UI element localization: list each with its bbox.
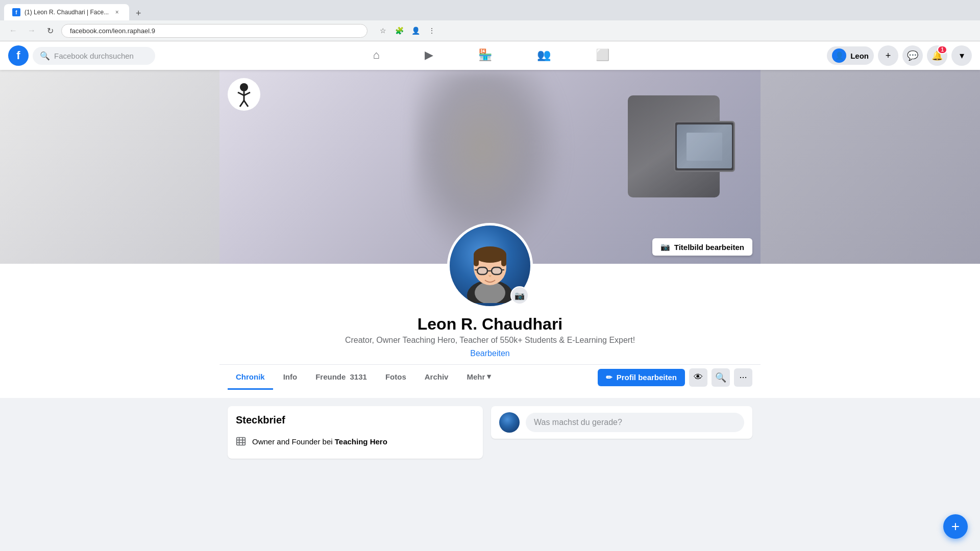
tab-mehr[interactable]: Mehr ▾: [458, 365, 499, 390]
plus-icon: +: [886, 51, 891, 61]
svg-line-4: [240, 101, 244, 107]
refresh-button[interactable]: ↻: [43, 23, 57, 38]
svg-rect-17: [237, 438, 246, 445]
steckbrief-card: Steckbrief Owner and Founder bei Teachin…: [228, 406, 483, 459]
edit-cover-button[interactable]: 📷 Titelbild bearbeiten: [652, 238, 752, 256]
edit-icon: ✏: [606, 373, 612, 382]
tab-chronik-label: Chronik: [236, 372, 265, 381]
steckbrief-work-text: Owner and Founder bei Teaching Hero: [252, 437, 387, 446]
groups-icon: 👥: [537, 48, 551, 61]
tab-chronik[interactable]: Chronik: [228, 365, 273, 390]
browser-toolbar: ← → ↻ facebook.com/leon.raphael.9 ☆ 🧩 👤 …: [0, 20, 980, 41]
tab-mehr-label: Mehr: [467, 372, 485, 381]
new-tab-button[interactable]: +: [131, 6, 145, 20]
edit-profile-button[interactable]: ✏ Profil bearbeiten: [598, 369, 685, 386]
active-tab[interactable]: f (1) Leon R. Chaudhari | Face... ×: [4, 4, 129, 20]
post-avatar: [499, 412, 520, 433]
edit-cover-label: Titelbild bearbeiten: [674, 243, 744, 252]
svg-line-3: [244, 92, 250, 95]
tab-freunde[interactable]: Freunde 3131: [307, 365, 375, 390]
left-panel: Steckbrief Owner and Founder bei Teachin…: [228, 406, 483, 459]
address-bar[interactable]: facebook.com/leon.raphael.9: [61, 24, 368, 38]
messenger-icon: 💬: [907, 50, 918, 61]
menu-icon[interactable]: ⋮: [425, 23, 439, 38]
tab-favicon: f: [12, 8, 20, 16]
camera-small-icon: 📷: [514, 291, 525, 300]
extensions-icon[interactable]: 🧩: [392, 23, 406, 38]
nav-marketplace[interactable]: 🏪: [458, 44, 512, 67]
gaming-icon: ⬜: [596, 48, 609, 61]
edit-profile-label: Profil bearbeiten: [617, 373, 677, 382]
profile-cover-container: 📷 Titelbild bearbeiten: [0, 70, 980, 398]
user-name: Leon: [850, 52, 869, 60]
eye-icon: 👁: [694, 372, 703, 383]
account-icon[interactable]: 👤: [408, 23, 423, 38]
profile-tabs: Chronik Info Freunde 3131 Fotos Archiv M…: [219, 365, 761, 390]
company-name: Teaching Hero: [335, 437, 387, 446]
nav-groups[interactable]: 👥: [517, 44, 571, 67]
building-icon: [236, 436, 246, 446]
nav-right: 👤 Leon + 💬 🔔 1 ▾: [827, 45, 972, 66]
search-input[interactable]: [54, 52, 148, 60]
search-icon: 🔍: [40, 51, 50, 61]
user-profile-button[interactable]: 👤 Leon: [827, 46, 874, 65]
add-button[interactable]: +: [878, 45, 898, 66]
edit-bio-link[interactable]: Bearbeiten: [470, 349, 509, 358]
nav-gaming[interactable]: ⬜: [575, 44, 630, 67]
messenger-button[interactable]: 💬: [902, 45, 923, 66]
bookmark-star-icon[interactable]: ☆: [376, 23, 390, 38]
post-box: Was machst du gerade?: [491, 406, 752, 439]
camera-icon: 📷: [660, 242, 670, 252]
post-placeholder: Was machst du gerade?: [534, 418, 622, 427]
user-avatar: 👤: [832, 48, 846, 63]
post-box-inner: Was machst du gerade?: [499, 412, 744, 433]
profile-content: Steckbrief Owner and Founder bei Teachin…: [219, 406, 761, 459]
freunde-count: 3131: [350, 372, 367, 381]
nav-video[interactable]: ▶: [404, 44, 454, 67]
cover-logo: [228, 78, 260, 111]
url-text: facebook.com/leon.raphael.9: [70, 27, 155, 35]
more-actions-button[interactable]: ···: [734, 368, 752, 387]
notification-badge: 1: [937, 45, 947, 54]
more-menu-button[interactable]: ▾: [951, 45, 972, 66]
nav-center: ⌂ ▶ 🏪 👥 ⬜: [155, 44, 827, 67]
profile-name: Leon R. Chaudhari: [418, 315, 562, 334]
search-profile-button[interactable]: 🔍: [712, 368, 730, 387]
right-panel: Was machst du gerade?: [491, 406, 752, 459]
notifications-button[interactable]: 🔔 1: [927, 45, 947, 66]
tab-fotos-label: Fotos: [385, 372, 406, 381]
video-icon: ▶: [425, 48, 433, 61]
profile-info-area: 📷 Leon R. Chaudhari Creator, Owner Teach…: [0, 264, 980, 398]
browser-toolbar-icons: ☆ 🧩 👤 ⋮: [376, 23, 439, 38]
svg-rect-13: [492, 267, 502, 274]
svg-rect-10: [474, 254, 479, 266]
nav-home[interactable]: ⌂: [352, 44, 400, 67]
forward-button[interactable]: →: [24, 23, 39, 38]
edit-profile-picture-button[interactable]: 📷: [510, 286, 529, 305]
tab-info[interactable]: Info: [275, 365, 306, 390]
facebook-logo-text: f: [16, 49, 20, 62]
svg-rect-12: [477, 267, 487, 274]
profile-bio: Creator, Owner Teaching Hero, Teacher of…: [345, 336, 635, 345]
close-tab-button[interactable]: ×: [113, 8, 121, 16]
svg-line-5: [244, 101, 248, 107]
tabs-actions: ✏ Profil bearbeiten 👁 🔍 ···: [598, 368, 752, 387]
facebook-logo[interactable]: f: [8, 45, 29, 66]
profile-picture-wrapper: 📷: [447, 223, 533, 309]
svg-rect-11: [501, 254, 506, 266]
post-input-area[interactable]: Was machst du gerade?: [526, 413, 744, 432]
home-icon: ⌂: [373, 48, 379, 61]
facebook-search-bar[interactable]: 🔍: [33, 47, 155, 65]
back-button[interactable]: ←: [6, 23, 20, 38]
browser-chrome: f (1) Leon R. Chaudhari | Face... × + ← …: [0, 0, 980, 41]
floating-action-button[interactable]: +: [943, 514, 968, 539]
fab-plus-icon: +: [951, 518, 960, 535]
marketplace-icon: 🏪: [478, 48, 492, 61]
tab-archiv[interactable]: Archiv: [416, 365, 457, 390]
view-as-button[interactable]: 👁: [689, 368, 707, 387]
ellipsis-icon: ···: [739, 372, 747, 383]
tab-fotos[interactable]: Fotos: [377, 365, 414, 390]
steckbrief-item-work: Owner and Founder bei Teaching Hero: [236, 432, 475, 450]
tab-info-label: Info: [283, 372, 298, 381]
stickman-logo: [228, 78, 260, 111]
